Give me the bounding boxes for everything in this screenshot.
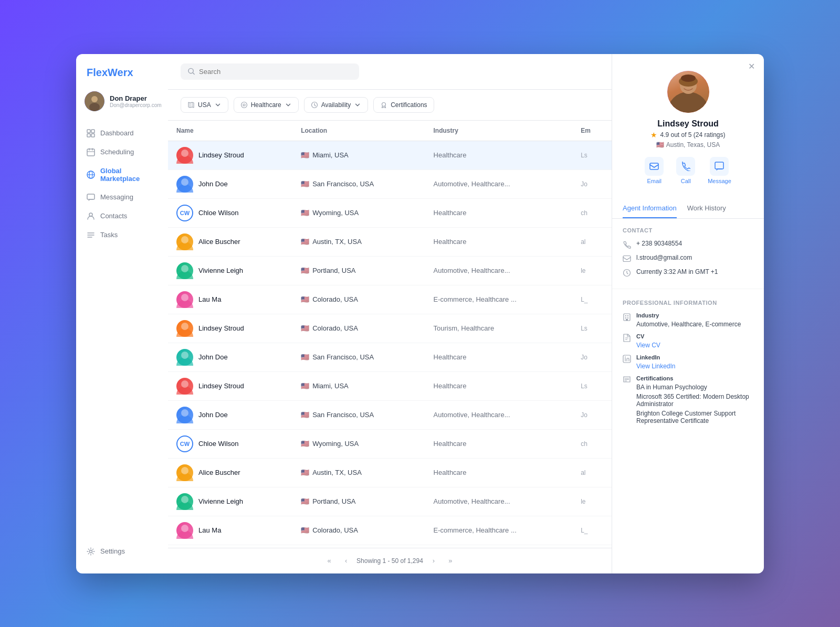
sidebar-item-contacts[interactable]: Contacts (76, 207, 168, 226)
cell-location: 🇺🇸San Francisco, USA (292, 400, 425, 429)
table-row[interactable]: CWChloe Wilson🇺🇸Wyoming, USAHealthcarech (168, 429, 612, 458)
svg-point-72 (681, 75, 696, 82)
tab-work-history[interactable]: Work History (687, 199, 726, 218)
cell-name: CWChloe Wilson (168, 429, 292, 458)
right-panel: ✕ Lindsey Stroud ★ (612, 54, 764, 573)
row-avatar (176, 378, 193, 395)
us-flag: 🇺🇸 (301, 497, 309, 505)
cell-location: 🇺🇸San Francisco, USA (292, 169, 425, 198)
contact-section: Contact + 238 90348554 l.stroud@gmail.co… (612, 219, 764, 286)
location-text: San Francisco, USA (312, 353, 374, 361)
table-row[interactable]: Alice Buscher🇺🇸Austin, TX, USAHealthcare… (168, 227, 612, 256)
panel-profile: Lindsey Stroud ★ 4.9 out of 5 (24 rating… (612, 54, 764, 199)
cell-em: Ls (572, 141, 612, 169)
filter-certifications[interactable]: Certifications (373, 97, 434, 113)
cell-industry: Healthcare (425, 429, 573, 458)
svg-point-54 (181, 409, 188, 417)
us-flag: 🇺🇸 (301, 526, 309, 534)
last-page-btn[interactable]: » (444, 555, 457, 567)
table-row[interactable]: Lau Ma🇺🇸Colorado, USAE-commerce, Healthc… (168, 516, 612, 545)
cell-location: 🇺🇸Austin, TX, USA (292, 227, 425, 256)
cell-location: 🇺🇸Portland, USA (292, 256, 425, 285)
sidebar-item-messaging[interactable]: Messaging (76, 188, 168, 207)
prev-page-btn[interactable]: ‹ (340, 555, 352, 567)
phone-text: + 238 90348554 (636, 240, 682, 247)
sidebar-item-tasks[interactable]: Tasks (76, 226, 168, 245)
next-page-btn[interactable]: › (427, 555, 440, 567)
sidebar-user: Don Draper Don@drapercorp.com (76, 91, 168, 124)
industry-value: Automotive, Healthcare, E-commerce (636, 321, 741, 328)
rating-text: 4.9 out of 5 (24 ratings) (660, 131, 725, 139)
chat-icon (715, 162, 724, 171)
profile-rating: ★ 4.9 out of 5 (24 ratings) (650, 131, 725, 139)
filter-country-label: USA (198, 101, 211, 109)
table-row[interactable]: Vivienne Leigh🇺🇸Portland, USAAutomotive,… (168, 487, 612, 516)
linkedin-link[interactable]: View LinkedIn (636, 363, 676, 370)
row-avatar: CW (176, 205, 193, 221)
row-avatar (176, 291, 193, 308)
table-row[interactable]: John Doe🇺🇸San Francisco, USAAutomotive, … (168, 169, 612, 198)
table-row[interactable]: Lindsey Stroud🇺🇸Colorado, USATourism, He… (168, 314, 612, 343)
cell-name: John Doe (168, 169, 292, 198)
cv-row: CV View CV (623, 333, 753, 349)
first-page-btn[interactable]: « (323, 555, 335, 567)
search-wrapper[interactable] (181, 63, 359, 80)
us-flag: 🇺🇸 (656, 141, 664, 148)
sidebar-item-dashboard[interactable]: Dashboard (76, 124, 168, 143)
cell-industry: Automotive, Healthcare... (425, 169, 573, 198)
table-row[interactable]: John Doe🇺🇸San Francisco, USAHealthcareJo (168, 343, 612, 371)
sidebar-item-settings[interactable]: Settings (76, 542, 168, 561)
table-row[interactable]: John Doe🇺🇸San Francisco, USAAutomotive, … (168, 400, 612, 429)
svg-point-57 (181, 467, 188, 474)
col-industry: Industry (425, 121, 573, 141)
cell-location: 🇺🇸Colorado, USA (292, 285, 425, 314)
table-row[interactable]: Vivienne Leigh🇺🇸Portland, USAAutomotive,… (168, 256, 612, 285)
svg-point-1 (91, 96, 98, 102)
phone-row: + 238 90348554 (623, 240, 753, 249)
time-text: Currently 3:32 AM in GMT +1 (636, 268, 718, 275)
search-input[interactable] (199, 68, 352, 76)
cv-link[interactable]: View CV (636, 342, 660, 349)
availability-icon (311, 101, 318, 109)
avatar (85, 91, 104, 111)
table-row[interactable]: Lau Ma🇺🇸Colorado, USAE-commerce, Healthc… (168, 285, 612, 314)
us-flag: 🇺🇸 (301, 180, 309, 188)
sidebar-item-scheduling[interactable]: Scheduling (76, 143, 168, 162)
building-icon (623, 313, 631, 321)
cell-em: al (572, 458, 612, 487)
us-flag: 🇺🇸 (301, 295, 309, 303)
table-row[interactable]: Alice Buscher🇺🇸Austin, TX, USAHealthcare… (168, 458, 612, 487)
close-button[interactable]: ✕ (745, 60, 758, 73)
svg-line-21 (193, 73, 194, 75)
location-cell: 🇺🇸Miami, USA (301, 151, 416, 159)
table-row[interactable]: Lindsey Stroud🇺🇸Miami, USAHealthcareLs (168, 371, 612, 400)
location-cell: 🇺🇸Portland, USA (301, 497, 416, 505)
table-row[interactable]: CWChloe Wilson🇺🇸Wyoming, USAHealthcarech (168, 198, 612, 227)
profile-photo (667, 71, 709, 113)
search-bar-container (168, 54, 612, 90)
svg-rect-75 (623, 256, 631, 261)
email-action-btn[interactable]: Email (645, 157, 664, 184)
col-location: Location (292, 121, 425, 141)
table-row[interactable]: Lindsey Stroud🇺🇸Miami, USAHealthcareLs (168, 141, 612, 169)
message-action-btn[interactable]: Message (708, 157, 731, 184)
industry-icon (240, 101, 248, 109)
app-logo: FlexWerx (76, 67, 168, 91)
svg-point-19 (90, 550, 92, 552)
row-avatar (176, 233, 193, 250)
filter-country[interactable]: USA (181, 97, 228, 113)
filter-industry[interactable]: Healthcare (234, 97, 299, 113)
map-icon (187, 101, 195, 109)
row-avatar (176, 147, 193, 164)
cell-name: CWChloe Wilson (168, 198, 292, 227)
chevron-down-icon-2 (285, 101, 292, 109)
row-avatar (176, 262, 193, 279)
tab-agent-info[interactable]: Agent Information (623, 199, 677, 218)
cell-name: John Doe (168, 343, 292, 371)
filter-availability[interactable]: Availability (304, 97, 368, 113)
filter-availability-label: Availability (321, 101, 351, 109)
call-action-btn[interactable]: Call (676, 157, 695, 184)
phone-icon (623, 240, 631, 249)
industry-label: Industry (636, 312, 741, 318)
sidebar-item-marketplace[interactable]: Global Marketplace (76, 162, 168, 188)
